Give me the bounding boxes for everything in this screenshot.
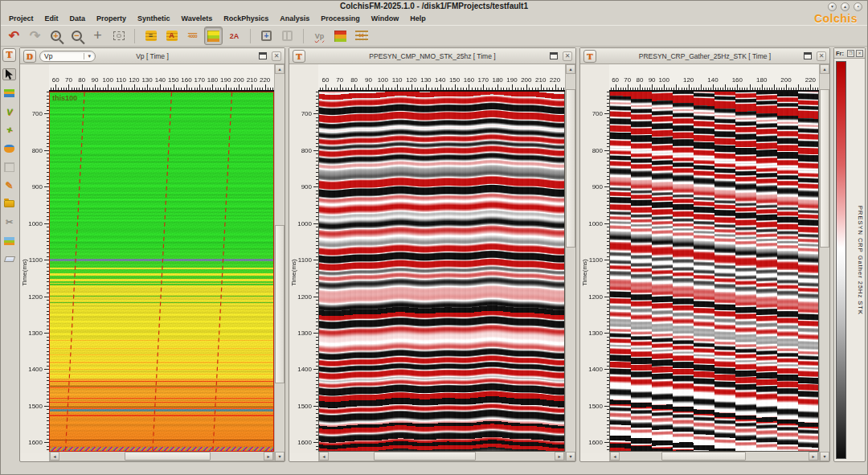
- tool-edit-pencil-button[interactable]: ✎: [2, 179, 16, 191]
- close-panel-icon[interactable]: ✕: [563, 51, 572, 61]
- toolbar-crosshair-button[interactable]: +: [88, 27, 107, 45]
- tool-horizons-button[interactable]: [2, 87, 16, 99]
- menu-window[interactable]: Window: [366, 14, 403, 23]
- toolbar-zoom-in-button[interactable]: +: [47, 27, 65, 45]
- panel-ppesyn-stk-hscrollbar[interactable]: ◂▸: [318, 452, 565, 461]
- panel-vp-domain-badge[interactable]: D: [23, 50, 36, 63]
- menu-help[interactable]: Help: [405, 14, 431, 23]
- grid-view-icon: [4, 162, 14, 172]
- scroll-down-icon[interactable]: ▾: [275, 452, 285, 461]
- panel-vp-hscrollbar[interactable]: ◂▸: [49, 452, 274, 461]
- tool-select-cursor-button[interactable]: [2, 68, 16, 80]
- toolbar-seismic-list-button[interactable]: ≡: [141, 27, 160, 45]
- panel-ppesyn-stk-type-badge[interactable]: T: [293, 50, 305, 63]
- toolbar-colormap-grid-button[interactable]: [331, 27, 350, 45]
- tool-fault-add-button[interactable]: +: [2, 124, 16, 136]
- tool-map-view-button[interactable]: [2, 235, 16, 247]
- vscroll-trough[interactable]: [275, 74, 285, 452]
- toolbar-redo-button[interactable]: ↷: [26, 27, 44, 45]
- panel-presyn-crp-body: ◂▸▴▾: [580, 64, 829, 461]
- hscroll-thumb[interactable]: [125, 452, 211, 461]
- toolbar-add-panel-button[interactable]: +: [257, 27, 276, 45]
- toolbar-seismic-font-button[interactable]: A: [162, 27, 181, 45]
- hscroll-trough[interactable]: [59, 452, 264, 461]
- scroll-left-icon[interactable]: ◂: [50, 452, 59, 461]
- vscroll-thumb[interactable]: [820, 89, 829, 248]
- tool-scissors-button[interactable]: ✂: [2, 216, 16, 228]
- tool-eraser-button[interactable]: [2, 253, 16, 265]
- close-button[interactable]: ▪: [854, 2, 862, 11]
- menu-edit[interactable]: Edit: [40, 14, 63, 23]
- close-panel-icon[interactable]: ✕: [272, 51, 281, 61]
- menu-wavelets[interactable]: Wavelets: [177, 14, 218, 23]
- panel-presyn-crp: TPRESYN_CRP_Gather_25Hz_STK [ Time ]✕◂▸▴…: [579, 47, 830, 462]
- scroll-up-icon[interactable]: ▴: [820, 64, 829, 74]
- tool-project-folder-button[interactable]: [2, 198, 16, 210]
- property-dropdown[interactable]: Vp▾: [39, 51, 96, 62]
- panel-ppesyn-stk-seismic-canvas[interactable]: [319, 92, 564, 451]
- tool-grid-view-button[interactable]: [2, 161, 16, 173]
- scroll-down-icon[interactable]: ▾: [566, 452, 575, 461]
- panel-presyn-crp-seismic-canvas[interactable]: [610, 92, 818, 451]
- menu-synthetic[interactable]: Synthetic: [133, 14, 175, 23]
- panel-vp-seismic-canvas[interactable]: [50, 92, 273, 451]
- colorbar-restore-icon[interactable]: ❒: [847, 50, 854, 57]
- annotate-2a-icon: 2A: [230, 32, 240, 40]
- scroll-left-icon[interactable]: ◂: [610, 452, 620, 461]
- vscroll-trough[interactable]: [566, 74, 575, 452]
- panel-vp-header: DVp▾Vp [ Time ]✕: [20, 48, 285, 64]
- shade-button[interactable]: ▾: [828, 2, 837, 11]
- menu-data[interactable]: Data: [65, 14, 91, 23]
- toolbar-freq-4000-button[interactable]: 4000: [183, 27, 202, 45]
- maximize-button[interactable]: ▴: [841, 2, 850, 11]
- toolbar-zoom-out-button[interactable]: −: [68, 27, 86, 45]
- hscroll-thumb[interactable]: [374, 452, 475, 461]
- scroll-down-icon[interactable]: ▾: [820, 452, 829, 461]
- toolbar-colormap-edit-button[interactable]: [204, 27, 223, 45]
- panel-ppesyn-stk: TPPESYN_CMP_NMO_STK_25hz [ Time ]✕◂▸▴▾: [289, 47, 576, 462]
- toolbar-separator: [303, 29, 304, 43]
- scroll-right-icon[interactable]: ▸: [264, 452, 273, 461]
- toolbar-select-region-button[interactable]: [109, 27, 128, 45]
- vscroll-thumb[interactable]: [275, 225, 285, 383]
- hscroll-thumb[interactable]: [661, 452, 747, 461]
- menu-property[interactable]: Property: [92, 14, 131, 23]
- scroll-right-icon[interactable]: ▸: [809, 452, 818, 461]
- tool-basin-button[interactable]: [2, 142, 16, 154]
- tool-picks-button[interactable]: V: [2, 105, 16, 117]
- panel-presyn-crp-type-badge[interactable]: T: [583, 50, 596, 63]
- toolbar-wavelet-vp-button[interactable]: Vp: [310, 27, 329, 45]
- maximize-panel-icon[interactable]: [804, 52, 812, 59]
- toolbar-separator: [250, 29, 251, 43]
- close-panel-icon[interactable]: ✕: [817, 51, 826, 61]
- scroll-right-icon[interactable]: ▸: [555, 452, 564, 461]
- window-title: ColchisFM-2025.1.0 - /disk1/FMProjects/t…: [340, 2, 528, 10]
- maximize-panel-icon[interactable]: [259, 52, 267, 59]
- menu-rockphysics[interactable]: RockPhysics: [219, 14, 273, 23]
- panel-ppesyn-stk-vscrollbar[interactable]: ▴▾: [565, 64, 575, 461]
- toolbar-trace-decimate-button[interactable]: 10: [352, 27, 371, 45]
- scroll-left-icon[interactable]: ◂: [319, 452, 329, 461]
- toolbar-annotate-2a-button[interactable]: 2A: [225, 27, 244, 45]
- menu-project[interactable]: Project: [4, 14, 39, 23]
- panel-presyn-crp-trace-ruler: [609, 64, 819, 92]
- panel-presyn-crp-vscrollbar[interactable]: ▴▾: [819, 64, 829, 461]
- vscroll-thumb[interactable]: [566, 89, 575, 248]
- scroll-up-icon[interactable]: ▴: [275, 64, 285, 74]
- titlebar: ColchisFM-2025.1.0 - /disk1/FMProjects/t…: [1, 1, 867, 12]
- vscroll-trough[interactable]: [820, 74, 829, 452]
- menu-analysis[interactable]: Analysis: [275, 14, 314, 23]
- panel-vp-body: this100◂▸▴▾: [20, 64, 285, 461]
- colorbar-close-icon[interactable]: ✕: [856, 50, 863, 57]
- scroll-up-icon[interactable]: ▴: [566, 64, 575, 74]
- maximize-panel-icon[interactable]: [550, 52, 558, 59]
- menu-processing[interactable]: Processing: [316, 14, 365, 23]
- hscroll-trough[interactable]: [329, 452, 555, 461]
- hscroll-trough[interactable]: [620, 452, 809, 461]
- panel-vp-vscrollbar[interactable]: ▴▾: [274, 64, 285, 461]
- toolbar-split-panel-button[interactable]: [278, 27, 297, 45]
- panel-vp-time-badge[interactable]: T: [2, 48, 16, 62]
- panel-presyn-crp-hscrollbar[interactable]: ◂▸: [609, 452, 819, 461]
- toolbar-undo-button[interactable]: ↶: [5, 27, 23, 45]
- colorbar-header-label: Fr:: [836, 50, 844, 57]
